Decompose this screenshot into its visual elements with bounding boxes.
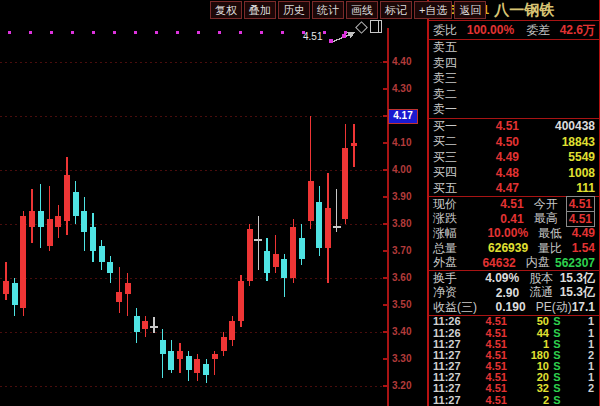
bid-price: 4.49 <box>471 150 519 164</box>
tick-side: S <box>549 327 565 339</box>
tick-side: S <box>549 382 565 394</box>
toolbar-button-统计[interactable]: 统计 <box>312 1 344 19</box>
axis-tick-label: 3.40 <box>392 326 411 337</box>
info-value: 15.3亿 <box>560 285 595 299</box>
info-value: 4.51 <box>477 197 523 211</box>
axis-tick-label: 3.20 <box>392 380 411 391</box>
bid-price: 4.48 <box>471 166 519 180</box>
info-row: 现价 4.51 今开 4.51 <box>429 197 599 212</box>
axis-tick-label: 3.70 <box>392 245 411 256</box>
axis-tick-label: 3.50 <box>392 299 411 310</box>
weibi-value: 100.00% <box>463 23 514 37</box>
ask-row: 卖一 <box>429 102 599 118</box>
bid-price: 4.50 <box>471 135 519 149</box>
annotation-price-label: 4.51 <box>303 31 322 42</box>
tick-price: 4.51 <box>469 338 507 350</box>
bid-volume: 400438 <box>519 119 599 133</box>
toolbar-button-复权[interactable]: 复权 <box>210 1 242 19</box>
bid-row: 买二 4.50 18843 <box>429 134 599 150</box>
bid-label: 买一 <box>429 118 471 135</box>
candlestick-chart[interactable] <box>0 20 389 406</box>
tick-price: 4.51 <box>469 382 507 394</box>
fundamental-info: 换手 4.09% 股本 15.3亿净资 2.90 流通 15.3亿收益(三) 0… <box>429 270 599 315</box>
stock-name: 八一钢铁 <box>494 1 554 20</box>
info-value: 10.00% <box>480 226 528 240</box>
info-row: 涨幅 10.00% 最低 4.49 <box>429 226 599 241</box>
bid-volume: 5549 <box>519 150 599 164</box>
axis-tick-label: 3.60 <box>392 272 411 283</box>
tick-row: 11:27 4.51 20 S 1 <box>429 372 599 383</box>
tick-price: 4.51 <box>469 315 507 327</box>
tick-time: 11:27 <box>429 338 469 350</box>
info-value: 562307 <box>555 256 595 270</box>
bid-label: 买五 <box>429 180 471 197</box>
tick-side: S <box>549 394 565 406</box>
tick-count: 2 <box>565 349 599 361</box>
info-row: 总量 626939 量比 1.54 <box>429 241 599 256</box>
tick-time: 11:26 <box>429 315 469 327</box>
last-price-badge: 4.17 <box>388 109 418 124</box>
toolbar-button-历史[interactable]: 历史 <box>278 1 310 19</box>
info-row: 换手 4.09% 股本 15.3亿 <box>429 271 599 286</box>
tick-row: 11:26 4.51 44 S 1 <box>429 327 599 338</box>
tick-price: 4.51 <box>469 349 507 361</box>
toolbar-button-叠加[interactable]: 叠加 <box>244 1 276 19</box>
info-value: 1.54 <box>572 241 595 255</box>
info-value: 0.190 <box>478 300 525 314</box>
tick-volume: 20 <box>507 371 549 383</box>
ask-row: 卖二 <box>429 87 599 103</box>
ask-row: 卖五 <box>429 40 599 56</box>
tick-time: 11:27 <box>429 371 469 383</box>
bid-price: 4.51 <box>471 119 519 133</box>
info-row: 涨跌 0.41 最高 4.51 <box>429 212 599 227</box>
toolbar-button-+自选[interactable]: +自选 <box>414 1 452 19</box>
info-row: 净资 2.90 流通 15.3亿 <box>429 286 599 301</box>
tick-list[interactable]: 11:26 4.51 50 S 111:26 4.51 44 S 111:27 … <box>429 315 599 406</box>
toolbar-button-标记[interactable]: 标记 <box>380 1 412 19</box>
tick-time: 11:27 <box>429 394 469 406</box>
tick-price: 4.51 <box>469 394 507 406</box>
tick-volume: 50 <box>507 315 549 327</box>
info-value: 4.51 <box>566 196 595 212</box>
ask-label: 卖三 <box>429 70 471 87</box>
tick-count: 2 <box>565 382 599 394</box>
bid-price: 4.47 <box>471 181 519 195</box>
info-value: 626939 <box>480 241 528 255</box>
tick-price: 4.51 <box>469 371 507 383</box>
ask-levels: 卖五 卖四 卖三 卖二 卖一 <box>429 40 599 118</box>
tick-price: 4.51 <box>469 360 507 372</box>
ask-label: 卖二 <box>429 86 471 103</box>
bid-label: 买三 <box>429 149 471 166</box>
tick-row: 11:27 4.51 2 S <box>429 394 599 405</box>
tick-volume: 1 <box>507 338 549 350</box>
bid-row: 买三 4.49 5549 <box>429 150 599 166</box>
tick-side: S <box>549 349 565 361</box>
axis-tick-label: 3.90 <box>392 191 411 202</box>
bid-label: 买四 <box>429 164 471 181</box>
window-icon[interactable] <box>370 20 382 33</box>
tick-volume: 44 <box>507 327 549 339</box>
info-label: 外盘 <box>429 254 474 271</box>
quote-panel: R 600581 八一钢铁 委比 100.00% 委差 42.6万 卖五 卖四 … <box>427 0 600 406</box>
info-value: 17.1 <box>572 300 595 314</box>
toolbar-button-返回[interactable]: 返回 <box>454 1 486 19</box>
info-label: PE(动) <box>526 299 572 316</box>
info-value: 2.90 <box>475 286 519 300</box>
axis-tick-label: 3.30 <box>392 353 411 364</box>
toolbar-button-画线[interactable]: 画线 <box>346 1 378 19</box>
tick-side: S <box>549 315 565 327</box>
bid-row: 买四 4.48 1008 <box>429 165 599 181</box>
info-row: 外盘 64632 内盘 562307 <box>429 255 599 270</box>
tick-row: 11:27 4.51 32 S 2 <box>429 383 599 394</box>
info-label: 内盘 <box>516 254 555 271</box>
ask-label: 卖四 <box>429 55 471 72</box>
tick-count: 1 <box>565 338 599 350</box>
tick-row: 11:27 4.51 180 S 2 <box>429 349 599 360</box>
ask-label: 卖一 <box>429 101 471 118</box>
tick-row: 11:27 4.51 1 S 1 <box>429 338 599 349</box>
ask-row: 卖三 <box>429 71 599 87</box>
weicha-label: 委差 <box>514 22 560 39</box>
bid-volume: 111 <box>519 181 599 195</box>
bid-label: 买二 <box>429 133 471 150</box>
tick-volume: 32 <box>507 382 549 394</box>
